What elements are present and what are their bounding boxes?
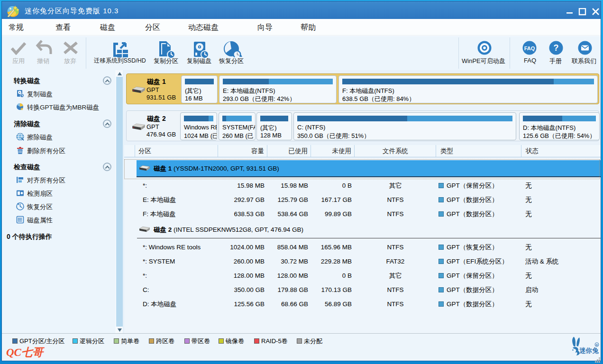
svg-text:FAQ: FAQ bbox=[524, 46, 535, 51]
svg-text:R: R bbox=[596, 344, 598, 346]
svg-text:?: ? bbox=[554, 43, 559, 53]
svg-text:迷你兔: 迷你兔 bbox=[579, 347, 599, 354]
